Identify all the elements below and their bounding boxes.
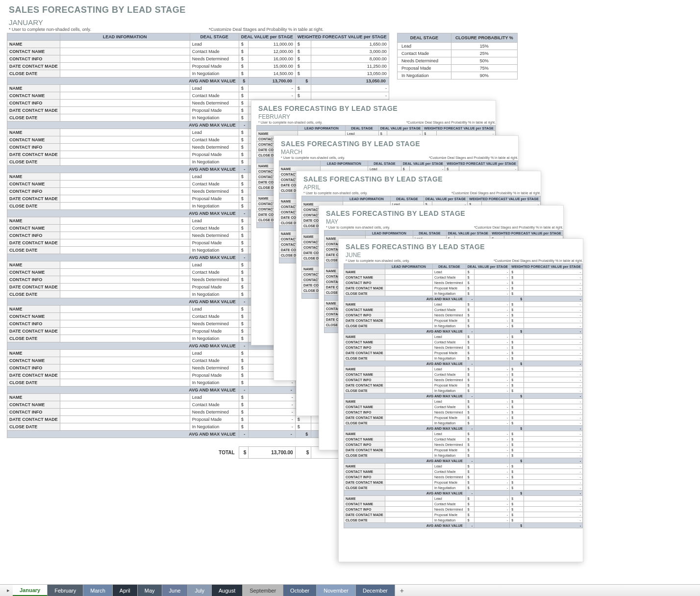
deal-value-cell[interactable]: 15,000.00 (249, 63, 295, 70)
lead-info-cell[interactable] (60, 203, 190, 210)
lead-info-cell[interactable] (60, 114, 190, 122)
deal-stage-cell[interactable]: In Negotiation (190, 291, 239, 298)
lead-info-cell[interactable] (60, 313, 190, 320)
deal-value-cell[interactable]: - (249, 423, 295, 431)
tab-february[interactable]: February (48, 585, 83, 596)
lead-info-cell[interactable] (60, 151, 190, 158)
deal-stage-cell[interactable]: Proposal Made (190, 328, 239, 335)
lead-info-cell[interactable] (60, 269, 190, 276)
lead-info-cell[interactable] (60, 409, 190, 416)
tab-june[interactable]: June (162, 585, 188, 596)
tab-october[interactable]: October (283, 585, 317, 596)
lead-info-cell[interactable] (60, 173, 190, 181)
deal-stage-cell[interactable]: Needs Determined (190, 320, 239, 328)
deal-stage-cell[interactable]: Lead (190, 306, 239, 313)
deal-stage-cell[interactable]: In Negotiation (190, 114, 239, 122)
deal-stage-cell[interactable]: Proposal Made (190, 416, 239, 423)
lead-info-cell[interactable] (60, 284, 190, 291)
lead-info-cell[interactable] (60, 232, 190, 239)
deal-stage-cell[interactable]: In Negotiation (190, 379, 239, 387)
deal-stage-cell[interactable]: Lead (190, 129, 239, 136)
deal-stage-cell[interactable]: Needs Determined (190, 100, 239, 107)
tab-march[interactable]: March (83, 585, 113, 596)
deal-stage-cell[interactable]: Lead (190, 394, 239, 401)
tab-july[interactable]: July (188, 585, 212, 596)
deal-stage-cell[interactable]: Proposal Made (190, 195, 239, 203)
deal-stage-cell[interactable]: Needs Determined (190, 364, 239, 372)
lead-info-cell[interactable] (60, 335, 190, 342)
deal-stage-cell[interactable]: Lead (190, 350, 239, 357)
deal-stage-cell[interactable]: Lead (190, 41, 239, 48)
tab-august[interactable]: August (212, 585, 243, 596)
deal-stage-cell[interactable]: Contact Made (190, 269, 239, 276)
lead-info-cell[interactable] (60, 70, 190, 78)
lead-info-cell[interactable] (60, 423, 190, 431)
lead-info-cell[interactable] (60, 320, 190, 328)
deal-stage-cell[interactable]: In Negotiation (190, 335, 239, 342)
tab-may[interactable]: May (138, 585, 162, 596)
lead-info-cell[interactable] (60, 107, 190, 114)
deal-stage-cell[interactable]: Contact Made (190, 401, 239, 409)
deal-stage-cell[interactable]: Lead (190, 85, 239, 92)
lead-info-cell[interactable] (60, 48, 190, 55)
tab-april[interactable]: April (113, 585, 138, 596)
lead-info-cell[interactable] (60, 129, 190, 136)
deal-stage-cell[interactable]: Contact Made (190, 48, 239, 55)
lead-info-cell[interactable] (60, 394, 190, 401)
lead-info-cell[interactable] (60, 217, 190, 225)
lead-info-cell[interactable] (60, 306, 190, 313)
lead-info-cell[interactable] (60, 328, 190, 335)
deal-stage-cell[interactable]: Contact Made (190, 313, 239, 320)
deal-stage-cell[interactable]: Needs Determined (190, 232, 239, 239)
deal-stage-cell[interactable]: Contact Made (190, 92, 239, 100)
lead-info-cell[interactable] (60, 188, 190, 195)
tab-nav-prev[interactable]: ▸ (4, 585, 13, 596)
deal-stage-cell[interactable]: Lead (190, 173, 239, 181)
tab-january[interactable]: January (13, 585, 48, 596)
deal-stage-cell[interactable]: In Negotiation (190, 158, 239, 166)
tab-add-button[interactable]: + (395, 585, 409, 596)
lead-info-cell[interactable] (60, 195, 190, 203)
deal-value-cell[interactable]: - (249, 92, 295, 100)
lead-info-cell[interactable] (60, 261, 190, 269)
deal-stage-cell[interactable]: Needs Determined (190, 188, 239, 195)
deal-value-cell[interactable]: 12,000.00 (249, 48, 295, 55)
lead-info-cell[interactable] (60, 181, 190, 188)
lead-info-cell[interactable] (60, 144, 190, 151)
lead-info-cell[interactable] (60, 291, 190, 298)
deal-value-cell[interactable]: 14,500.00 (249, 70, 295, 78)
tab-november[interactable]: November (317, 585, 356, 596)
deal-stage-cell[interactable]: Needs Determined (190, 144, 239, 151)
deal-stage-cell[interactable]: Needs Determined (190, 409, 239, 416)
lead-info-cell[interactable] (60, 63, 190, 70)
lead-info-cell[interactable] (60, 416, 190, 423)
lead-info-cell[interactable] (60, 225, 190, 232)
deal-stage-cell[interactable]: Contact Made (190, 181, 239, 188)
lead-info-cell[interactable] (60, 92, 190, 100)
deal-stage-cell[interactable]: Needs Determined (190, 55, 239, 63)
deal-stage-cell[interactable]: Proposal Made (190, 372, 239, 379)
lead-info-cell[interactable] (60, 357, 190, 364)
deal-stage-cell[interactable]: In Negotiation (190, 203, 239, 210)
lead-info-cell[interactable] (60, 372, 190, 379)
lead-info-cell[interactable] (60, 364, 190, 372)
deal-stage-cell[interactable]: In Negotiation (190, 70, 239, 78)
deal-value-cell[interactable]: - (249, 85, 295, 92)
deal-stage-cell[interactable]: Lead (190, 261, 239, 269)
lead-info-cell[interactable] (60, 350, 190, 357)
lead-info-cell[interactable] (60, 55, 190, 63)
deal-stage-cell[interactable]: Proposal Made (190, 107, 239, 114)
deal-value-cell[interactable]: - (249, 416, 295, 423)
tab-september[interactable]: September (243, 585, 283, 596)
lead-info-cell[interactable] (60, 100, 190, 107)
deal-stage-cell[interactable]: Proposal Made (190, 63, 239, 70)
deal-stage-cell[interactable]: In Negotiation (190, 423, 239, 431)
deal-value-cell[interactable]: - (249, 409, 295, 416)
deal-stage-cell[interactable]: Contact Made (190, 357, 239, 364)
deal-stage-cell[interactable]: In Negotiation (190, 247, 239, 254)
deal-stage-cell[interactable]: Proposal Made (190, 151, 239, 158)
lead-info-cell[interactable] (60, 136, 190, 144)
deal-stage-cell[interactable]: Proposal Made (190, 239, 239, 247)
lead-info-cell[interactable] (60, 379, 190, 387)
tab-december[interactable]: December (356, 585, 395, 596)
